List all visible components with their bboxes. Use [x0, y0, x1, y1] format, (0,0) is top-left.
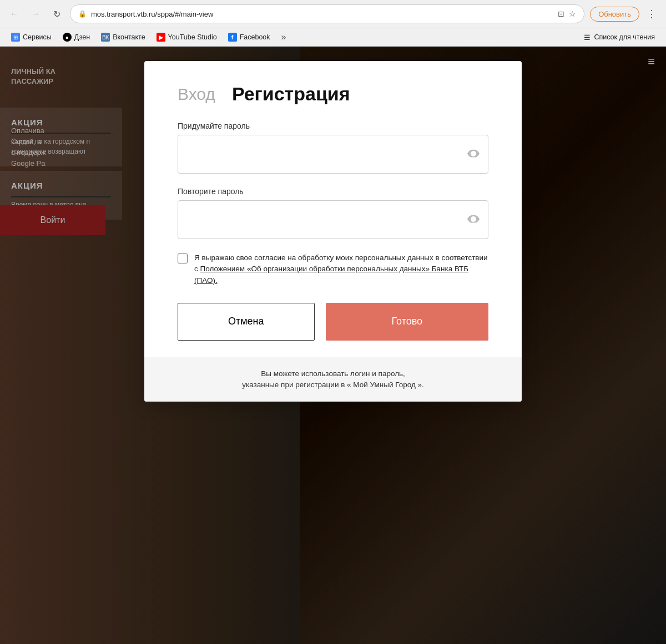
- lock-icon: 🔒: [78, 10, 87, 18]
- tab-login[interactable]: Вход: [178, 85, 215, 104]
- cancel-button[interactable]: Отмена: [178, 303, 315, 341]
- confirm-password-label: Повторите пароль: [178, 187, 488, 196]
- page-background: ЛИЧНЫЙ КА ПАССАЖИР АКЦИЯ Скидки по ка го…: [0, 44, 666, 644]
- reading-list-icon: ☰: [584, 33, 591, 42]
- bookmark-youtube-label: YouTube Studio: [168, 33, 217, 41]
- consent-link[interactable]: Положением «Об организации обработки пер…: [194, 265, 468, 284]
- forward-button[interactable]: →: [28, 6, 43, 22]
- url-text: mos.transport.vtb.ru/sppa/#/main-view: [91, 10, 553, 18]
- consent-checkbox[interactable]: [178, 253, 188, 263]
- password-label: Придумайте пароль: [178, 121, 488, 130]
- bookmark-facebook[interactable]: f Facebook: [224, 31, 275, 43]
- bookmark-dzen-label: Дзен: [74, 33, 90, 41]
- reading-list-button[interactable]: ☰ Список для чтения: [579, 32, 659, 43]
- consent-text: Я выражаю свое согласие на обработку мои…: [194, 252, 488, 286]
- bottom-note-line2: указанные при регистрации в « Мой Умный …: [178, 379, 488, 391]
- tab-registration[interactable]: Регистрация: [232, 83, 350, 105]
- browser-chrome: ← → ↻ 🔒 mos.transport.vtb.ru/sppa/#/main…: [0, 0, 666, 47]
- bookmark-facebook-label: Facebook: [240, 33, 270, 41]
- modal-header: Вход Регистрация: [144, 61, 522, 116]
- back-button[interactable]: ←: [7, 6, 22, 22]
- update-button[interactable]: Обновить: [590, 7, 639, 22]
- reading-list-label: Список для чтения: [594, 33, 655, 41]
- address-bar[interactable]: 🔒 mos.transport.vtb.ru/sppa/#/main-view …: [70, 4, 584, 23]
- modal-overlay: Вход Регистрация Придумайте пароль Повто…: [0, 44, 666, 644]
- browser-actions: Обновить ⋮: [590, 6, 659, 22]
- modal-body: Придумайте пароль Повторите пароль: [144, 116, 522, 286]
- done-button[interactable]: Готово: [326, 303, 488, 341]
- bookmarks-bar: ⊞ Сервисы ● Дзен ВК Вконтакте ▶ YouTube …: [0, 28, 666, 46]
- bookmark-vkontakte[interactable]: ВК Вконтакте: [97, 31, 149, 43]
- bookmark-services[interactable]: ⊞ Сервисы: [7, 31, 56, 43]
- vk-icon: ВК: [101, 33, 110, 42]
- modal-footer: Отмена Готово: [144, 303, 522, 357]
- more-bookmarks-button[interactable]: »: [279, 31, 289, 43]
- registration-modal: Вход Регистрация Придумайте пароль Повто…: [144, 61, 522, 402]
- bookmark-youtube-studio[interactable]: ▶ YouTube Studio: [152, 31, 221, 43]
- star-icon[interactable]: ☆: [569, 9, 576, 18]
- password-input[interactable]: [178, 135, 488, 174]
- bookmark-vk-label: Вконтакте: [113, 33, 145, 41]
- confirm-password-input[interactable]: [178, 200, 488, 239]
- browser-menu-button[interactable]: ⋮: [644, 6, 659, 22]
- password-field-wrapper: [178, 135, 488, 174]
- services-icon: ⊞: [11, 33, 20, 42]
- dzen-icon: ●: [63, 33, 72, 42]
- confirm-password-field-wrapper: [178, 200, 488, 239]
- password-eye-icon[interactable]: [467, 149, 480, 160]
- reload-button[interactable]: ↻: [49, 6, 64, 22]
- facebook-icon: f: [228, 33, 237, 42]
- confirm-password-eye-icon[interactable]: [467, 214, 480, 226]
- translate-icon[interactable]: ⊡: [558, 9, 564, 18]
- bookmark-dzen[interactable]: ● Дзен: [58, 31, 94, 43]
- bookmark-services-label: Сервисы: [23, 33, 52, 41]
- browser-toolbar: ← → ↻ 🔒 mos.transport.vtb.ru/sppa/#/main…: [0, 0, 666, 28]
- bottom-note-line1: Вы можете использовать логин и пароль,: [178, 368, 488, 379]
- youtube-icon: ▶: [157, 33, 165, 42]
- consent-section: Я выражаю свое согласие на обработку мои…: [178, 252, 488, 286]
- modal-bottom-note: Вы можете использовать логин и пароль, у…: [144, 357, 522, 402]
